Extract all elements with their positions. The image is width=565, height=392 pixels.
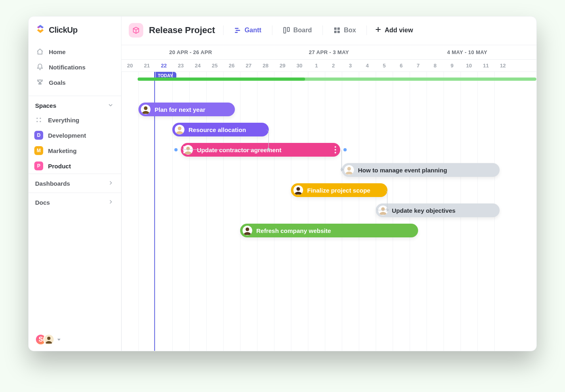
project-progress [138, 78, 536, 81]
task-label: How to manage event planning [358, 167, 447, 174]
day-label: 27 [240, 60, 257, 71]
view-label: Board [293, 27, 312, 34]
user-avatar[interactable] [43, 334, 54, 345]
board-icon [283, 27, 290, 34]
day-label: 26 [223, 60, 240, 71]
project-title: Release Project [149, 25, 215, 36]
day-label: 1 [308, 60, 325, 71]
arrow-right-icon [268, 147, 271, 151]
task-bar-obj[interactable]: Update key objectives [376, 203, 500, 217]
sidebar-item-home[interactable]: Home [32, 44, 118, 59]
trophy-icon [36, 78, 44, 86]
svg-point-0 [36, 117, 38, 119]
chevron-right-icon [107, 180, 115, 187]
day-label: 3 [342, 60, 359, 71]
dependency-dot-icon [343, 148, 347, 151]
day-label: 25 [206, 60, 223, 71]
day-label: 9 [444, 60, 460, 71]
svg-rect-6 [236, 30, 240, 31]
add-view-label: Add view [385, 27, 413, 34]
task-label: Refresh company website [256, 227, 331, 234]
day-label: 23 [172, 60, 189, 71]
svg-point-20 [246, 228, 249, 231]
gantt-chart[interactable]: Plan for next yearResource allocationUpd… [121, 72, 536, 351]
spaces-header[interactable]: Spaces [29, 96, 121, 112]
arrow-right-icon [387, 208, 389, 212]
space-badge: D [34, 131, 43, 140]
view-tab-box[interactable]: Box [331, 24, 358, 36]
day-label: 21 [138, 60, 155, 71]
sidebar-space-development[interactable]: DDevelopment [29, 128, 121, 143]
svg-rect-7 [235, 32, 238, 33]
svg-rect-12 [334, 31, 337, 33]
dashboards-label: Dashboards [35, 180, 70, 187]
day-label: 22 [155, 60, 172, 71]
day-label: 20 [121, 60, 138, 71]
task-bar-scope[interactable]: Finalize project scope [291, 183, 387, 197]
arrow-right-icon [341, 168, 344, 172]
svg-rect-11 [337, 27, 340, 30]
sidebar-space-product[interactable]: PProduct [29, 158, 121, 174]
task-bar-plan[interactable]: Plan for next year [138, 103, 235, 116]
timeline-header: 20 APR - 26 APR 27 APR - 3 MAY 4 MAY - 1… [121, 45, 536, 72]
svg-point-4 [47, 337, 50, 340]
plus-icon [375, 26, 381, 34]
range-label: 4 MAY - 10 MAY [398, 45, 536, 59]
svg-point-15 [178, 127, 182, 130]
main: Release Project Gantt Board Box Add view [121, 17, 536, 351]
svg-point-3 [40, 121, 41, 122]
project-icon [129, 23, 143, 38]
view-label: Gantt [245, 27, 262, 34]
divider [322, 25, 323, 35]
grid-dots-icon [34, 115, 43, 124]
svg-point-1 [40, 117, 41, 119]
box-view-icon [333, 27, 341, 34]
dependency-line [376, 190, 387, 210]
add-view-button[interactable]: Add view [375, 26, 413, 34]
day-label: 4 [359, 60, 376, 71]
sidebar-item-dashboards[interactable]: Dashboards [29, 174, 121, 193]
space-label: Marketing [48, 147, 77, 154]
view-tab-board[interactable]: Board [280, 24, 314, 36]
sidebar-item-docs[interactable]: Docs [29, 193, 121, 212]
task-label: Plan for next year [155, 106, 205, 113]
view-tab-gantt[interactable]: Gantt [232, 24, 264, 36]
day-label: 28 [257, 60, 274, 71]
day-label: 2 [325, 60, 342, 71]
divider [366, 25, 367, 35]
gantt-icon [234, 27, 241, 34]
chevron-right-icon [107, 199, 115, 206]
view-label: Box [344, 27, 356, 34]
day-label: 7 [410, 60, 427, 71]
caret-down-icon[interactable] [57, 336, 61, 343]
space-label: Development [48, 132, 86, 139]
assignee-avatar [141, 105, 151, 114]
sidebar-nav: Home Notifications Goals [29, 44, 121, 96]
sidebar-label: Home [49, 48, 66, 55]
docs-label: Docs [35, 199, 50, 206]
task-bar-website[interactable]: Refresh company website [240, 224, 418, 237]
svg-point-17 [347, 167, 351, 171]
sidebar-space-marketing[interactable]: MMarketing [29, 143, 121, 158]
sidebar-item-notifications[interactable]: Notifications [32, 59, 118, 75]
svg-rect-5 [235, 28, 239, 29]
sidebar-item-goals[interactable]: Goals [32, 75, 118, 90]
resize-handle-icon[interactable] [335, 146, 338, 153]
svg-rect-9 [287, 27, 289, 31]
date-ranges: 20 APR - 26 APR 27 APR - 3 MAY 4 MAY - 1… [121, 45, 536, 60]
range-label: 20 APR - 26 APR [121, 45, 260, 59]
sidebar-item-everything[interactable]: Everything [29, 112, 121, 128]
task-bar-event[interactable]: How to manage event planning [342, 163, 500, 177]
day-label: 5 [376, 60, 393, 71]
day-label: 8 [427, 60, 444, 71]
divider [223, 25, 224, 35]
app-window: ClickUp Home Notifications Goals Spaces … [28, 16, 537, 351]
day-label: 24 [189, 60, 206, 71]
sidebar: ClickUp Home Notifications Goals Spaces … [29, 17, 121, 351]
everything-label: Everything [48, 117, 80, 124]
task-label: Finalize project scope [307, 187, 370, 194]
task-label: Update key objectives [392, 207, 456, 214]
header: Release Project Gantt Board Box Add view [121, 17, 536, 45]
brand-name: ClickUp [49, 25, 77, 35]
dependency-line [340, 150, 342, 170]
